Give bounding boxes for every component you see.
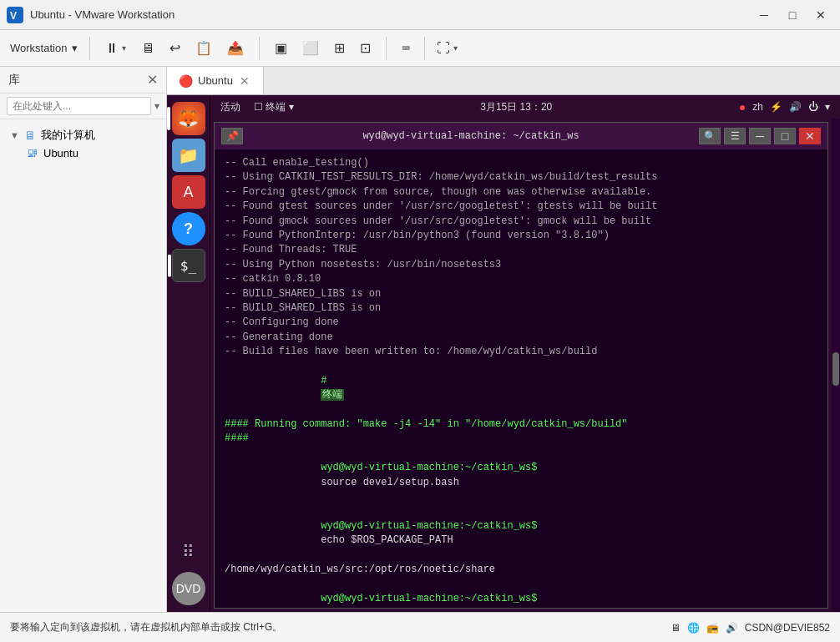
status-bar: 要将输入定向到该虚拟机，请在虚拟机内部单击或按 Ctrl+G。 🖥 🌐 📻 🔊 … [0,612,840,642]
tree-sub: 🖳 Ubuntu [7,144,159,161]
search-dropdown-icon[interactable]: ▾ [154,100,159,112]
dock-terminal[interactable]: $_ [172,249,205,282]
terminal-menu-label[interactable]: ☐ 终端 ▾ [254,100,294,114]
fullscreen-icon: ⛶ [437,41,450,56]
ubuntu-topbar-right: ● zh ⚡ 🔊 ⏻ ▾ [739,100,830,114]
view1-button[interactable]: ▣ [268,37,294,59]
share-icon: 📤 [227,40,244,56]
sound-icon[interactable]: 🔊 [789,101,802,113]
dock-files[interactable]: 📁 [172,139,205,172]
appstore-icon: A [183,184,193,201]
prompt-18: wyd@wyd-virtual-machine:~/catkin_ws$ [321,462,543,473]
terminal-icon: ⌨ [402,41,409,56]
vmware-logo: V [7,7,23,23]
ubuntu-tab-icon: 🔴 [179,74,193,88]
view3-icon: ⊞ [334,40,345,56]
firefox-icon: 🦊 [178,109,199,129]
term-line-4: -- Found gtest sources under '/usr/src/g… [225,200,817,214]
dock-help[interactable]: ? [172,212,205,245]
main-area: 库 ✕ ▾ ▼ 🖥 我的计算机 🖳 Ubuntu 🔴 [0,67,840,612]
view3-button[interactable]: ⊞ [327,37,352,59]
cmd-21: cd ~/catkin_ws/src [321,607,429,608]
terminal-close-button[interactable]: ✕ [799,128,821,144]
scroll-thumb [832,352,839,386]
topbar-arrow-icon[interactable]: ▾ [825,101,830,113]
toolbar-separator-4 [424,37,425,60]
search-input[interactable] [7,97,151,115]
search-box: ▾ [0,94,166,119]
cmd-18: source devel/setup.bash [321,477,459,488]
terminal-body[interactable]: -- Call enable_testing() -- Using CATKIN… [215,149,827,608]
term-line-7: -- Found Threads: TRUE [225,243,817,257]
power-icon[interactable]: ⏻ [808,101,818,113]
svg-text:V: V [10,10,17,22]
hash-prompt: # [321,375,332,387]
workstation-menu-button[interactable]: Workstation ▾ [3,38,84,58]
toolbar-group-terminal: ⌨ [392,38,419,59]
pause-button[interactable]: ⏸ ▾ [99,38,133,59]
pause-arrow-icon: ▾ [122,43,126,53]
close-panel-button[interactable]: ✕ [147,72,158,88]
content-area: 🔴 Ubuntu ✕ 🦊 📁 A [167,67,840,612]
dock-dvd[interactable]: DVD [172,572,205,605]
tree-area: ▼ 🖥 我的计算机 🖳 Ubuntu [0,119,166,612]
view2-icon: ⬜ [302,40,319,56]
terminal-maximize-button[interactable]: □ [774,128,796,144]
term-line-18: wyd@wyd-virtual-machine:~/catkin_ws$ sou… [225,447,817,505]
tree-item-mycomputer[interactable]: ▼ 🖥 我的计算机 [7,126,159,144]
help-icon: ? [184,220,193,238]
tab-close-icon[interactable]: ✕ [238,74,251,88]
toolbar: Workstation ▾ ⏸ ▾ 🖥 ↩ 📋 📤 ▣ ⬜ ⊞ [0,30,840,67]
tab-ubuntu[interactable]: 🔴 Ubuntu ✕ [167,67,264,94]
terminal-button[interactable]: ⌨ [395,38,416,59]
title-bar: V Ubuntu - VMware Workstation ─ □ ✕ [0,0,840,30]
my-computer-label: 我的计算机 [41,128,95,143]
computer-icon: 🖥 [24,129,36,142]
status-usb-icon: 📻 [706,622,719,634]
language-icon[interactable]: zh [752,101,763,113]
vm-icon: 🖳 [27,146,38,159]
term-line-19: wyd@wyd-virtual-machine:~/catkin_ws$ ech… [225,504,817,563]
terminal-scrollbar[interactable] [832,119,840,612]
tree-item-ubuntu[interactable]: 🖳 Ubuntu [23,144,159,161]
terminal-pin-button[interactable]: 📌 [221,128,243,144]
view1-icon: ▣ [275,40,287,56]
library-title: 库 [8,73,20,88]
ubuntu-tab-label: Ubuntu [198,74,233,87]
no-network-icon: ● [739,100,746,114]
activities-label[interactable]: 活动 [220,100,240,114]
move-icon: 📋 [195,40,212,56]
share-button[interactable]: 📤 [220,37,250,59]
dock-apps[interactable]: ⠿ [172,535,205,569]
toolbar-separator-3 [386,37,387,60]
fullscreen-button[interactable]: ⛶ ▾ [430,38,464,59]
ubuntu-topbar-left: 活动 ☐ 终端 ▾ [220,100,294,114]
window-controls: ─ □ ✕ [751,6,833,24]
ubuntu-vm-label: Ubuntu [43,147,78,159]
move-button[interactable]: 📋 [189,37,219,59]
dock-appstore[interactable]: A [172,175,205,209]
dock-firefox[interactable]: 🦊 [172,102,205,135]
view4-button[interactable]: ⊡ [353,37,377,59]
left-panel: 库 ✕ ▾ ▼ 🖥 我的计算机 🖳 Ubuntu [0,67,167,612]
maximize-button[interactable]: □ [780,6,805,24]
terminal-menu-button[interactable]: ☰ [724,128,746,144]
close-button[interactable]: ✕ [808,6,833,24]
files-icon: 📁 [178,145,199,165]
vm-settings-button[interactable]: 🖥 [134,38,161,59]
terminal-minimize-button[interactable]: ─ [749,128,771,144]
term-line-2: -- Using CATKIN_TEST_RESULTS_DIR: /home/… [225,170,817,185]
view2-button[interactable]: ⬜ [296,37,326,59]
status-user-label: CSDN@DEVIE852 [745,622,830,634]
terminal-search-button[interactable]: 🔍 [699,128,721,144]
view4-icon: ⊡ [360,40,371,56]
dvd-icon: DVD [176,582,201,595]
terminal-titlebar: 📌 wyd@wyd-virtual-machine: ~/catkin_ws 🔍… [215,123,827,149]
term-line-21: wyd@wyd-virtual-machine:~/catkin_ws$ cd … [225,577,817,608]
snapshot-button[interactable]: ↩ [163,37,187,59]
toolbar-group-view: ▣ ⬜ ⊞ ⊡ [265,37,381,59]
term-line-20: /home/wyd/catkin_ws/src:/opt/ros/noetic/… [225,563,817,577]
minimize-button[interactable]: ─ [751,6,777,24]
status-vm-icon: 🖥 [670,622,681,634]
term-line-11: -- BUILD_SHARED_LIBS is on [225,301,817,316]
